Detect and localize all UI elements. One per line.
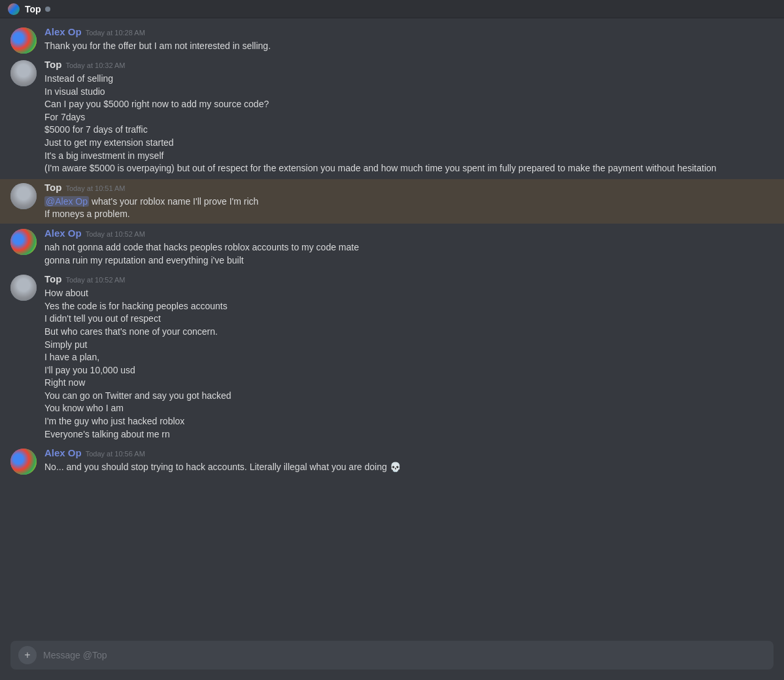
- message-line: I'll pay you 10,000 usd: [44, 364, 774, 377]
- message-header-alex-partial: Alex Op Today at 10:28 AM: [44, 26, 774, 37]
- timestamp-top-1: Today at 10:32 AM: [65, 61, 125, 69]
- message-group-alex-2: Alex Op Today at 10:52 AM nah not gonna …: [0, 225, 784, 269]
- message-line: I have a plan,: [44, 351, 774, 364]
- timestamp-alex-partial: Today at 10:28 AM: [86, 29, 145, 37]
- add-file-icon[interactable]: [18, 646, 37, 664]
- username-alex-2: Alex Op: [44, 228, 82, 239]
- message-text-top-2: @Alex Op what's your roblox name I'll pr…: [44, 196, 774, 221]
- message-group-top-3: Top Today at 10:52 AM How about Yes the …: [0, 271, 784, 443]
- message-line: You know who I am: [44, 402, 774, 415]
- avatar-alex-2: [10, 229, 37, 255]
- status-indicator: [45, 7, 50, 12]
- message-group-alex-partial: Alex Op Today at 10:28 AM Thank you for …: [0, 24, 784, 55]
- mention-alex-op: @Alex Op: [44, 196, 89, 207]
- avatar-alex-partial: [10, 27, 37, 54]
- channel-icon: [8, 3, 20, 15]
- message-line: Can I pay you $5000 right now to add my …: [44, 98, 774, 111]
- message-input-box: [10, 641, 774, 670]
- message-line: I'm the guy who just hacked roblox: [44, 415, 774, 428]
- message-line: I didn't tell you out of respect: [44, 313, 774, 326]
- message-header-top-2: Top Today at 10:51 AM: [44, 182, 774, 193]
- timestamp-alex-3: Today at 10:56 AM: [86, 450, 145, 458]
- message-content-top-2: Top Today at 10:51 AM @Alex Op what's yo…: [44, 182, 774, 221]
- message-header-top-3: Top Today at 10:52 AM: [44, 273, 774, 284]
- avatar-top-1: [10, 60, 37, 86]
- message-line: In visual studio: [44, 86, 774, 99]
- username-alex-3: Alex Op: [44, 447, 82, 458]
- message-content-alex-2: Alex Op Today at 10:52 AM nah not gonna …: [44, 228, 774, 267]
- message-text-alex-2: nah not gonna add code that hacks people…: [44, 241, 774, 267]
- message-input[interactable]: [43, 650, 766, 660]
- message-group-top-2: Top Today at 10:51 AM @Alex Op what's yo…: [0, 179, 784, 224]
- message-text-top-1: Instead of selling In visual studio Can …: [44, 73, 774, 175]
- message-line: Just to get my extension started: [44, 137, 774, 150]
- message-text-top-3: How about Yes the code is for hacking pe…: [44, 287, 774, 441]
- message-line: gonna ruin my reputation and everything …: [44, 254, 774, 267]
- message-content-alex-3: Alex Op Today at 10:56 AM No... and you …: [44, 447, 774, 475]
- message-header-alex-2: Alex Op Today at 10:52 AM: [44, 228, 774, 239]
- message-text-alex-3: No... and you should stop trying to hack…: [44, 461, 774, 474]
- timestamp-alex-2: Today at 10:52 AM: [86, 230, 145, 238]
- message-line: Simply put: [44, 339, 774, 352]
- message-line: If moneys a problem.: [44, 208, 774, 221]
- avatar-top-3: [10, 275, 37, 301]
- username-top-2: Top: [44, 182, 61, 193]
- message-content-top-3: Top Today at 10:52 AM How about Yes the …: [44, 273, 774, 441]
- input-area: [0, 641, 784, 680]
- avatar-top-2: [10, 183, 37, 209]
- message-line: nah not gonna add code that hacks people…: [44, 241, 774, 254]
- message-line: But who cares that's none of your concer…: [44, 326, 774, 339]
- channel-name: Top: [25, 4, 41, 14]
- message-line: For 7days: [44, 111, 774, 124]
- message-line: Yes the code is for hacking peoples acco…: [44, 300, 774, 313]
- message-content-top-1: Top Today at 10:32 AM Instead of selling…: [44, 59, 774, 175]
- username-alex-partial: Alex Op: [44, 26, 82, 37]
- avatar-alex-3: [10, 449, 37, 475]
- timestamp-top-2: Today at 10:51 AM: [65, 184, 125, 192]
- message-line: You can go on Twitter and say you got ha…: [44, 390, 774, 403]
- message-line: How about: [44, 287, 774, 300]
- message-group-top-1: Top Today at 10:32 AM Instead of selling…: [0, 56, 784, 178]
- timestamp-top-3: Today at 10:52 AM: [65, 276, 125, 284]
- message-line: @Alex Op what's your roblox name I'll pr…: [44, 196, 774, 209]
- message-line: No... and you should stop trying to hack…: [44, 461, 774, 474]
- message-content-alex-partial: Alex Op Today at 10:28 AM Thank you for …: [44, 26, 774, 54]
- message-line: It's a big investment in myself: [44, 150, 774, 163]
- messages-area: Alex Op Today at 10:28 AM Thank you for …: [0, 18, 784, 641]
- message-line: $5000 for 7 days of traffic: [44, 124, 774, 137]
- message-text-alex-partial: Thank you for the offer but I am not int…: [44, 40, 774, 53]
- message-line: Right now: [44, 377, 774, 390]
- message-line: Everyone's talking about me rn: [44, 428, 774, 441]
- message-line: Thank you for the offer but I am not int…: [44, 40, 774, 53]
- username-top-3: Top: [44, 273, 61, 284]
- username-top-1: Top: [44, 59, 61, 70]
- message-header-alex-3: Alex Op Today at 10:56 AM: [44, 447, 774, 458]
- message-group-alex-3: Alex Op Today at 10:56 AM No... and you …: [0, 445, 784, 477]
- message-header-top-1: Top Today at 10:32 AM: [44, 59, 774, 70]
- message-line: Instead of selling: [44, 73, 774, 86]
- title-bar: Top: [0, 0, 784, 18]
- message-line: (I'm aware $5000 is overpaying) but out …: [44, 162, 774, 175]
